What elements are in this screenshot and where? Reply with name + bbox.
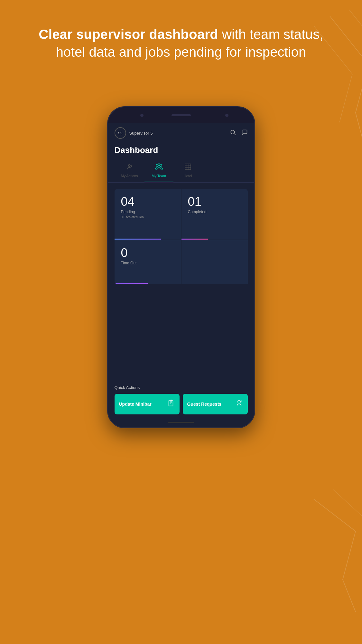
quick-actions-title: Quick Actions: [115, 385, 248, 390]
my-actions-icon: [125, 163, 133, 173]
header-text: Clear supervisor dashboard with team sta…: [0, 26, 362, 61]
tab-hotel[interactable]: Hotel: [173, 160, 202, 182]
completed-number: 01: [188, 195, 241, 208]
update-minibar-button[interactable]: Update Minibar: [115, 394, 180, 414]
timeout-label: Time Out: [121, 261, 174, 265]
camera-left: [140, 114, 144, 117]
completed-bar: [181, 239, 208, 240]
avatar: S5: [115, 127, 126, 139]
quick-actions-section: Quick Actions Update Minibar: [108, 379, 254, 418]
hotel-icon: [184, 163, 192, 173]
svg-point-0: [231, 130, 235, 134]
svg-rect-6: [185, 164, 191, 170]
tab-bar: My Actions My Team: [108, 160, 254, 183]
update-minibar-label: Update Minibar: [119, 402, 152, 407]
tab-my-actions[interactable]: My Actions: [115, 160, 144, 182]
home-indicator: [168, 422, 194, 423]
completed-label: Completed: [188, 210, 241, 214]
content-spacer: [108, 284, 254, 379]
svg-line-1: [234, 133, 236, 135]
search-icon[interactable]: [230, 129, 236, 137]
top-nav: S5 Supervisor 5: [108, 123, 254, 143]
svg-point-2: [128, 165, 130, 166]
headline-bold: Clear supervisor dashboard: [39, 27, 218, 42]
svg-point-15: [237, 400, 240, 403]
pending-bar: [115, 239, 161, 240]
svg-rect-11: [169, 400, 173, 406]
stat-card-pending[interactable]: 04 Pending 0 Escalated Job: [115, 189, 181, 240]
stat-card-completed[interactable]: 01 Completed: [181, 189, 248, 240]
page-title: Dashboard: [108, 143, 254, 160]
stat-card-timeout[interactable]: 0 Time Out: [115, 240, 181, 284]
app-screen: S5 Supervisor 5: [108, 123, 254, 427]
my-team-icon: [154, 163, 163, 173]
user-name: Supervisor 5: [129, 131, 230, 136]
tab-hotel-label: Hotel: [184, 174, 192, 178]
phone-frame: S5 Supervisor 5: [107, 106, 255, 428]
minibar-icon: [167, 399, 175, 409]
guest-requests-button[interactable]: Guest Requests: [183, 394, 248, 414]
guest-requests-label: Guest Requests: [187, 402, 222, 407]
phone-top-bar: [108, 107, 254, 123]
phone-speaker: [172, 114, 191, 116]
pending-number: 04: [121, 195, 174, 208]
chat-icon[interactable]: [241, 129, 248, 137]
tab-my-actions-label: My Actions: [121, 174, 138, 178]
pending-label: Pending: [121, 210, 174, 214]
nav-icons: [230, 129, 248, 137]
camera-right: [225, 114, 228, 117]
pending-sub: 0 Escalated Job: [121, 215, 174, 219]
tab-my-team-label: My Team: [152, 174, 166, 178]
phone-bottom-bar: [108, 418, 254, 427]
timeout-bar: [115, 283, 148, 284]
guest-requests-icon: [235, 399, 243, 409]
stats-grid: 04 Pending 0 Escalated Job 01 Completed …: [115, 189, 248, 284]
timeout-number: 0: [121, 247, 174, 259]
quick-actions-row: Update Minibar: [115, 394, 248, 414]
tab-my-team[interactable]: My Team: [144, 160, 173, 182]
phone-mockup: S5 Supervisor 5: [107, 106, 255, 428]
stat-empty-cell: [181, 240, 248, 284]
bg-decoration-bottom: [233, 483, 362, 612]
